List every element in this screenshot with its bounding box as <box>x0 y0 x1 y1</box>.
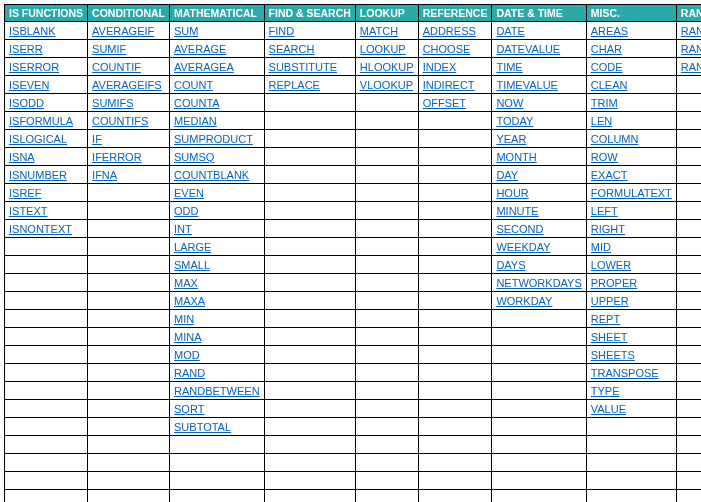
function-link[interactable]: VLOOKUP <box>360 79 413 91</box>
function-link[interactable]: AVERAGEIF <box>92 25 154 37</box>
function-link[interactable]: SUBTOTAL <box>174 421 231 433</box>
function-link[interactable]: FORMULATEXT <box>591 187 672 199</box>
function-link[interactable]: RAND <box>174 367 205 379</box>
function-link[interactable]: RIGHT <box>591 223 625 235</box>
function-link[interactable]: EVEN <box>174 187 204 199</box>
function-link[interactable]: RANK.AVG <box>681 43 701 55</box>
function-link[interactable]: CHOOSE <box>423 43 471 55</box>
function-link[interactable]: HLOOKUP <box>360 61 414 73</box>
function-link[interactable]: COUNTA <box>174 97 220 109</box>
function-link[interactable]: SEARCH <box>269 43 315 55</box>
function-link[interactable]: SUBSTITUTE <box>269 61 337 73</box>
function-link[interactable]: ISERROR <box>9 61 59 73</box>
function-link[interactable]: ISNUMBER <box>9 169 67 181</box>
function-link[interactable]: MAX <box>174 277 198 289</box>
function-link[interactable]: SECOND <box>496 223 543 235</box>
function-link[interactable]: LEN <box>591 115 612 127</box>
function-link[interactable]: ADDRESS <box>423 25 476 37</box>
function-link[interactable]: TODAY <box>496 115 533 127</box>
function-link[interactable]: MAXA <box>174 295 205 307</box>
function-link[interactable]: FIND <box>269 25 295 37</box>
function-link[interactable]: MINUTE <box>496 205 538 217</box>
function-link[interactable]: MATCH <box>360 25 398 37</box>
function-link[interactable]: RANDBETWEEN <box>174 385 260 397</box>
function-link[interactable]: SHEET <box>591 331 628 343</box>
function-link[interactable]: COUNTIF <box>92 61 141 73</box>
function-link[interactable]: EXACT <box>591 169 628 181</box>
function-link[interactable]: TRANSPOSE <box>591 367 659 379</box>
function-link[interactable]: ISBLANK <box>9 25 55 37</box>
function-link[interactable]: AVERAGE <box>174 43 226 55</box>
function-link[interactable]: MONTH <box>496 151 536 163</box>
function-link[interactable]: ISNA <box>9 151 35 163</box>
function-link[interactable]: MEDIAN <box>174 115 217 127</box>
function-link[interactable]: LEFT <box>591 205 618 217</box>
function-link[interactable]: TYPE <box>591 385 620 397</box>
table-cell <box>676 166 701 184</box>
function-link[interactable]: ISEVEN <box>9 79 49 91</box>
function-link[interactable]: VALUE <box>591 403 626 415</box>
function-link[interactable]: RANK <box>681 25 701 37</box>
function-link[interactable]: ISLOGICAL <box>9 133 67 145</box>
function-link[interactable]: TIMEVALUE <box>496 79 558 91</box>
column-header: MISC. <box>586 5 676 22</box>
function-link[interactable]: LARGE <box>174 241 211 253</box>
function-link[interactable]: LOWER <box>591 259 631 271</box>
function-link[interactable]: SMALL <box>174 259 210 271</box>
function-link[interactable]: MID <box>591 241 611 253</box>
function-link[interactable]: COLUMN <box>591 133 639 145</box>
function-link[interactable]: HOUR <box>496 187 528 199</box>
function-link[interactable]: CODE <box>591 61 623 73</box>
function-link[interactable]: DATEVALUE <box>496 43 560 55</box>
function-link[interactable]: OFFSET <box>423 97 466 109</box>
function-link[interactable]: IFERROR <box>92 151 142 163</box>
function-link[interactable]: SUM <box>174 25 198 37</box>
function-link[interactable]: YEAR <box>496 133 526 145</box>
function-link[interactable]: INDIRECT <box>423 79 475 91</box>
function-link[interactable]: PROPER <box>591 277 637 289</box>
function-link[interactable]: NOW <box>496 97 523 109</box>
function-link[interactable]: SUMSQ <box>174 151 214 163</box>
function-link[interactable]: DAY <box>496 169 518 181</box>
function-link[interactable]: SHEETS <box>591 349 635 361</box>
function-link[interactable]: ODD <box>174 205 198 217</box>
function-link[interactable]: DAYS <box>496 259 525 271</box>
function-link[interactable]: AVERAGEA <box>174 61 234 73</box>
function-link[interactable]: AVERAGEIFS <box>92 79 161 91</box>
function-link[interactable]: AREAS <box>591 25 628 37</box>
function-link[interactable]: ISERR <box>9 43 43 55</box>
function-link[interactable]: REPT <box>591 313 620 325</box>
function-link[interactable]: ISREF <box>9 187 41 199</box>
function-link[interactable]: COUNTIFS <box>92 115 148 127</box>
function-link[interactable]: IF <box>92 133 102 145</box>
function-link[interactable]: SUMIF <box>92 43 126 55</box>
function-link[interactable]: SUMIFS <box>92 97 134 109</box>
function-link[interactable]: TRIM <box>591 97 618 109</box>
function-link[interactable]: ISODD <box>9 97 44 109</box>
function-link[interactable]: CLEAN <box>591 79 628 91</box>
function-link[interactable]: SUMPRODUCT <box>174 133 253 145</box>
function-link[interactable]: IFNA <box>92 169 117 181</box>
function-link[interactable]: INT <box>174 223 192 235</box>
function-link[interactable]: WORKDAY <box>496 295 552 307</box>
function-link[interactable]: COUNTBLANK <box>174 169 249 181</box>
function-link[interactable]: ISNONTEXT <box>9 223 72 235</box>
function-link[interactable]: RANK.EQ <box>681 61 701 73</box>
function-link[interactable]: MINA <box>174 331 202 343</box>
function-link[interactable]: LOOKUP <box>360 43 406 55</box>
function-link[interactable]: DATE <box>496 25 525 37</box>
function-link[interactable]: TIME <box>496 61 522 73</box>
function-link[interactable]: WEEKDAY <box>496 241 550 253</box>
function-link[interactable]: ISTEXT <box>9 205 48 217</box>
function-link[interactable]: COUNT <box>174 79 213 91</box>
function-link[interactable]: SQRT <box>174 403 204 415</box>
function-link[interactable]: INDEX <box>423 61 457 73</box>
function-link[interactable]: CHAR <box>591 43 622 55</box>
function-link[interactable]: MIN <box>174 313 194 325</box>
function-link[interactable]: ISFORMULA <box>9 115 73 127</box>
function-link[interactable]: MOD <box>174 349 200 361</box>
function-link[interactable]: UPPER <box>591 295 629 307</box>
function-link[interactable]: NETWORKDAYS <box>496 277 581 289</box>
function-link[interactable]: ROW <box>591 151 618 163</box>
function-link[interactable]: REPLACE <box>269 79 320 91</box>
